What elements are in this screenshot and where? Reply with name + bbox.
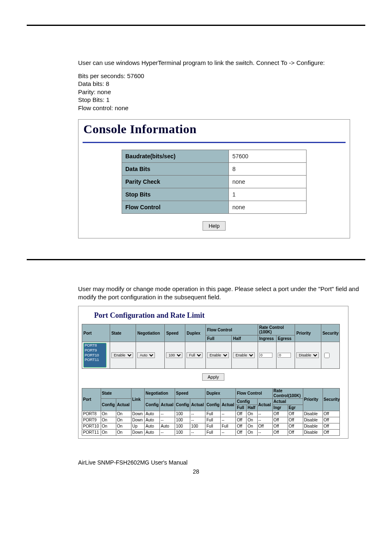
hdr-negotiation: Negotiation xyxy=(136,324,165,342)
shdr-prio: Priority xyxy=(303,388,323,411)
table-row: PORT8OnOnDownAuto--100--Full--OffOn--Off… xyxy=(82,411,340,417)
shdr-cfg: Config xyxy=(236,399,257,405)
hdr-priority: Priority xyxy=(295,324,321,342)
setting-line: Stop Bits: 1 xyxy=(78,96,365,104)
shdr-duplex: Duplex xyxy=(205,388,236,399)
port-option[interactable]: PORT9 xyxy=(84,348,106,353)
setting-line: Data bits: 8 xyxy=(78,80,365,88)
hdr-port: Port xyxy=(82,324,110,342)
port-selector[interactable]: PORT8PORT9PORT10PORT11 xyxy=(83,343,106,368)
console-label: Stop Bits xyxy=(122,188,229,201)
shdr-ingr: Ingr xyxy=(272,405,288,411)
console-value: 8 xyxy=(229,163,307,176)
setting-line: Bits per seconds: 57600 xyxy=(78,72,365,80)
hdr-ingress: Ingress xyxy=(258,335,276,342)
console-label: Flow Control xyxy=(122,201,229,214)
shdr-act: Actual xyxy=(116,399,131,411)
flow-half-select[interactable]: Enable xyxy=(233,352,255,358)
port-option[interactable]: PORT8 xyxy=(84,343,106,348)
hdr-egress: Egress xyxy=(277,335,295,342)
section1-intro: User can use windows HyperTerminal progr… xyxy=(78,59,365,67)
shdr-speed: Speed xyxy=(175,388,205,399)
rule xyxy=(27,25,365,26)
console-label: Parity Check xyxy=(122,176,229,188)
hdr-state: State xyxy=(110,324,136,342)
shdr-full: Full xyxy=(236,405,247,411)
shdr-act: Actual xyxy=(160,399,175,411)
shdr-rate: Rate Control(100K) xyxy=(272,388,303,399)
shdr-cfg: Config xyxy=(145,399,160,411)
help-button[interactable]: Help xyxy=(203,221,226,231)
console-title: Console Information xyxy=(83,122,346,136)
shdr-sec: Security xyxy=(323,388,339,411)
shdr-port: Port xyxy=(82,388,101,411)
port-status-table: Port State Link Negotiation Speed Duplex… xyxy=(82,388,340,436)
console-table: Baudrate(bits/sec)57600Data Bits8Parity … xyxy=(122,150,307,214)
console-value: none xyxy=(229,176,307,188)
flow-full-select[interactable]: Enable xyxy=(207,352,229,358)
hdr-speed: Speed xyxy=(165,324,185,342)
speed-select[interactable]: 100 xyxy=(166,352,182,358)
hdr-security: Security xyxy=(321,324,339,342)
shdr-cfg: Config xyxy=(205,399,221,411)
setting-line: Parity: none xyxy=(78,88,365,96)
port-option[interactable]: PORT11 xyxy=(84,358,106,363)
port-config-table: Port State Negotiation Speed Duplex Flow… xyxy=(82,324,340,369)
setting-line: Flow control: none xyxy=(78,104,365,112)
console-panel: Console Information Baudrate(bits/sec)57… xyxy=(78,119,350,238)
ingress-input[interactable] xyxy=(259,353,272,358)
hdr-flow: Flow Control xyxy=(205,324,258,335)
security-checkbox[interactable] xyxy=(324,353,330,358)
console-value: none xyxy=(229,201,307,214)
shdr-act: Actual xyxy=(190,399,205,411)
priority-select[interactable]: Disable xyxy=(296,352,319,358)
rule xyxy=(27,259,365,260)
section2-intro: User may modify or change mode operation… xyxy=(78,285,365,301)
footer-text: AirLive SNMP-FSH2602MG User's Manual xyxy=(78,459,365,466)
console-value: 1 xyxy=(229,188,307,201)
shdr-neg: Negotiation xyxy=(145,388,175,399)
shdr-act: Actual xyxy=(257,399,272,411)
title-rule xyxy=(83,142,346,143)
state-select[interactable]: Enable xyxy=(111,352,133,358)
negotiation-select[interactable]: Auto xyxy=(137,352,155,358)
shdr-cfg: Config xyxy=(175,399,190,411)
section1-settings: Bits per seconds: 57600Data bits: 8Parit… xyxy=(78,72,365,112)
shdr-act: Actual xyxy=(272,399,303,405)
egress-input[interactable] xyxy=(278,353,291,358)
shdr-flow: Flow Control xyxy=(236,388,272,399)
console-label: Data Bits xyxy=(122,163,229,176)
apply-button[interactable]: Apply xyxy=(202,373,224,381)
table-row: PORT10OnOnUpAutoAuto100100FullFullOffOnO… xyxy=(82,423,340,430)
console-label: Baudrate(bits/sec) xyxy=(122,150,229,163)
page-number: 28 xyxy=(27,468,365,475)
hdr-duplex: Duplex xyxy=(185,324,206,342)
shdr-egr: Egr xyxy=(288,405,303,411)
shdr-state: State xyxy=(101,388,131,399)
hdr-half: Half xyxy=(232,335,258,342)
shdr-half: Half xyxy=(247,405,257,411)
duplex-select[interactable]: Full xyxy=(187,352,203,358)
shdr-act: Actual xyxy=(221,399,236,411)
console-value: 57600 xyxy=(229,150,307,163)
table-row: PORT11OnOnDownAuto--100--Full--OffOn--Of… xyxy=(82,430,340,436)
shdr-link: Link xyxy=(131,388,145,411)
hdr-rate: Rate Control (100K) xyxy=(258,324,295,335)
port-panel: Port Configuration and Rate Limit Port S… xyxy=(78,306,348,439)
port-option[interactable]: PORT10 xyxy=(84,353,106,358)
table-row: PORT9OnOnDownAuto--100--Full--OffOn--Off… xyxy=(82,417,340,423)
shdr-cfg: Config xyxy=(101,399,116,411)
port-title: Port Configuration and Rate Limit xyxy=(94,311,345,320)
hdr-full: Full xyxy=(205,335,231,342)
